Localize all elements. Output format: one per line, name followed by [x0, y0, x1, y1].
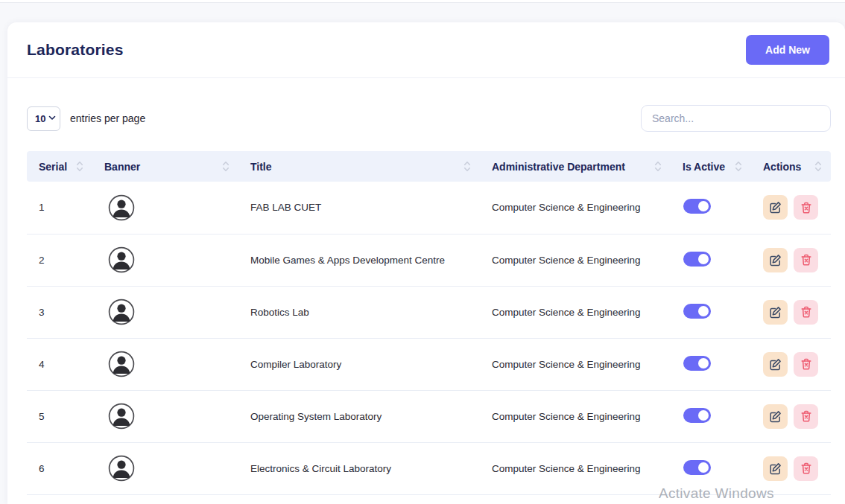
toggle-knob	[698, 306, 709, 316]
laboratories-table-wrap: Serial Banner Title Administrative Depar…	[27, 151, 831, 495]
laboratories-table: Serial Banner Title Administrative Depar…	[27, 151, 831, 495]
laboratories-card: Laboratories Add New 10 entries per page…	[7, 22, 845, 504]
serial-cell: 1	[27, 182, 92, 234]
table-row: 4 Compiler Laboratory Computer Science &…	[27, 338, 831, 390]
sort-icon[interactable]	[654, 161, 662, 172]
edit-button[interactable]	[763, 352, 788, 377]
delete-icon	[800, 306, 812, 318]
delete-button[interactable]	[794, 248, 818, 272]
banner-cell	[92, 182, 238, 234]
table-row: 5 Operating System Laboratory Computer S…	[27, 390, 831, 442]
banner-cell	[92, 286, 238, 338]
title-cell: Robotics Lab	[238, 286, 480, 338]
serial-cell: 2	[27, 234, 92, 286]
sort-icon[interactable]	[463, 161, 471, 172]
department-cell: Computer Science & Engineering	[480, 182, 671, 234]
is-active-toggle[interactable]	[683, 408, 711, 423]
title-cell: FAB LAB CUET	[238, 182, 480, 234]
edit-icon	[769, 410, 782, 423]
add-new-button[interactable]: Add New	[746, 35, 829, 65]
column-header-actions[interactable]: Actions	[751, 151, 831, 182]
edit-icon	[769, 201, 782, 214]
person-avatar-icon	[108, 299, 135, 325]
delete-button[interactable]	[794, 456, 818, 481]
person-avatar-icon	[108, 246, 135, 273]
banner-cell	[92, 442, 238, 494]
department-cell: Computer Science & Engineering	[480, 234, 671, 286]
is-active-toggle[interactable]	[683, 252, 711, 267]
delete-icon	[800, 202, 812, 214]
card-header: Laboratories Add New	[7, 22, 845, 78]
edit-icon	[769, 306, 782, 319]
is-active-toggle[interactable]	[683, 199, 711, 214]
delete-button[interactable]	[794, 352, 818, 377]
table-row: 3 Robotics Lab Computer Science & Engine…	[27, 286, 831, 338]
table-row: 6 Electronics & Circuit Laboratory Compu…	[27, 442, 831, 494]
actions-cell	[751, 182, 831, 234]
column-header-is-active[interactable]: Is Active	[671, 151, 751, 182]
banner-cell	[92, 390, 238, 442]
is-active-toggle[interactable]	[683, 356, 711, 371]
delete-button[interactable]	[794, 195, 818, 220]
is-active-toggle[interactable]	[683, 460, 711, 475]
delete-icon	[800, 410, 812, 422]
actions-cell	[751, 234, 831, 286]
column-header-department[interactable]: Administrative Department	[480, 151, 671, 182]
edit-button[interactable]	[763, 404, 788, 429]
is-active-cell	[671, 182, 751, 234]
edit-button[interactable]	[763, 195, 788, 220]
top-navbar-edge	[0, 0, 845, 3]
person-avatar-icon	[108, 403, 135, 430]
person-avatar-icon	[108, 455, 135, 482]
is-active-cell	[671, 234, 751, 286]
edit-icon	[769, 462, 782, 475]
sort-icon[interactable]	[735, 161, 742, 172]
title-cell: Mobile Games & Apps Development Centre	[238, 234, 480, 286]
toggle-knob	[698, 462, 709, 473]
entries-per-page-select[interactable]: 10	[27, 106, 60, 131]
toggle-knob	[698, 358, 709, 369]
department-cell: Computer Science & Engineering	[480, 390, 671, 442]
page-title: Laboratories	[27, 41, 124, 59]
serial-cell: 4	[27, 338, 92, 390]
person-avatar-icon	[108, 351, 135, 377]
column-header-serial[interactable]: Serial	[27, 151, 92, 182]
edit-button[interactable]	[763, 456, 788, 481]
table-row: 2 Mobile Games & Apps Development Centre…	[27, 234, 831, 286]
actions-cell	[751, 390, 831, 442]
title-cell: Electronics & Circuit Laboratory	[238, 442, 480, 494]
delete-button[interactable]	[794, 404, 818, 429]
sort-icon[interactable]	[76, 161, 83, 172]
edit-icon	[769, 358, 782, 371]
table-header-row: Serial Banner Title Administrative Depar…	[27, 151, 831, 182]
actions-cell	[751, 442, 831, 494]
department-cell: Computer Science & Engineering	[480, 286, 671, 338]
is-active-cell	[671, 286, 751, 338]
banner-cell	[92, 234, 238, 286]
delete-icon	[800, 358, 812, 370]
table-controls: 10 entries per page	[7, 105, 845, 132]
column-header-banner[interactable]: Banner	[92, 151, 238, 182]
toggle-knob	[698, 201, 709, 211]
edit-button[interactable]	[763, 248, 788, 272]
is-active-toggle[interactable]	[683, 304, 711, 319]
edit-button[interactable]	[763, 300, 788, 325]
actions-cell	[751, 286, 831, 338]
entries-select-wrap: 10	[27, 106, 60, 131]
is-active-cell	[671, 338, 751, 390]
sort-icon[interactable]	[814, 161, 822, 172]
department-cell: Computer Science & Engineering	[480, 338, 671, 390]
toggle-knob	[698, 254, 709, 264]
is-active-cell	[671, 390, 751, 442]
column-header-title[interactable]: Title	[238, 151, 480, 182]
delete-icon	[800, 462, 812, 474]
banner-cell	[92, 338, 238, 390]
sort-icon[interactable]	[222, 161, 230, 172]
serial-cell: 3	[27, 286, 92, 338]
search-input[interactable]	[641, 105, 831, 132]
title-cell: Compiler Laboratory	[238, 338, 480, 390]
is-active-cell	[671, 442, 751, 494]
delete-button[interactable]	[794, 300, 818, 325]
department-cell: Computer Science & Engineering	[480, 442, 671, 494]
toggle-knob	[698, 410, 709, 421]
